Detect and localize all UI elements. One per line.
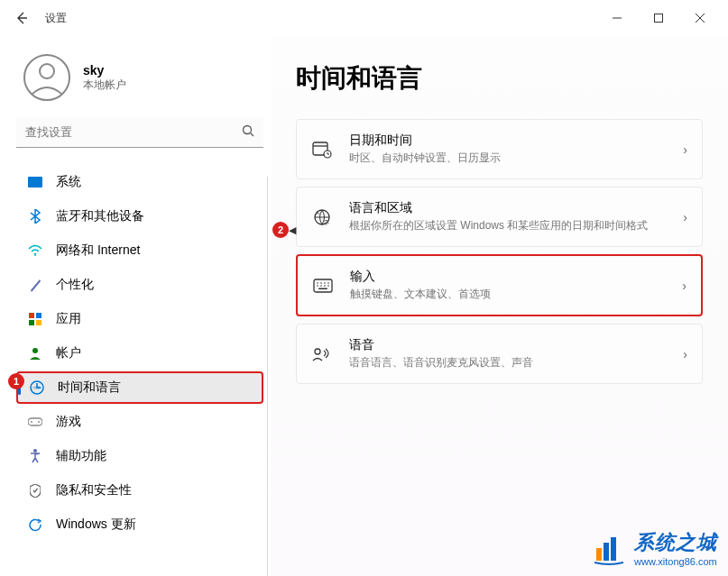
privacy-icon	[27, 482, 43, 498]
svg-text:字: 字	[324, 219, 329, 225]
back-button[interactable]	[7, 4, 36, 32]
date-icon	[311, 139, 333, 160]
svg-rect-8	[29, 313, 34, 318]
sidebar: sky 本地帐户 系统 蓝牙和其他设备 网络和 Internet	[0, 36, 271, 576]
settings-list: 日期和时间 时区、自动时钟设置、日历显示 › A字 语言和区域 根据你所在的区域…	[296, 119, 703, 384]
chevron-right-icon: ›	[683, 210, 687, 224]
svg-rect-11	[36, 320, 41, 325]
update-icon	[27, 517, 43, 533]
window-controls	[596, 4, 721, 32]
sidebar-item-accessibility[interactable]: 辅助功能	[16, 440, 263, 472]
sidebar-item-network[interactable]: 网络和 Internet	[16, 234, 263, 267]
maximize-button[interactable]	[638, 4, 679, 32]
svg-point-7	[34, 254, 36, 256]
svg-point-32	[327, 285, 329, 287]
svg-rect-24	[314, 279, 332, 292]
sidebar-item-gaming[interactable]: 游戏	[16, 406, 263, 438]
svg-text:A: A	[316, 210, 319, 215]
card-text: 语言和区域 根据你所在的区域设置 Windows 和某些应用的日期和时间格式	[349, 200, 667, 233]
sidebar-item-label: 时间和语言	[58, 379, 121, 396]
speech-icon	[311, 343, 333, 365]
card-title: 语言和区域	[349, 200, 667, 216]
account-icon	[27, 345, 43, 361]
sidebar-item-label: 游戏	[56, 414, 81, 430]
region-icon: A字	[311, 206, 333, 228]
svg-rect-35	[596, 548, 602, 561]
svg-rect-33	[318, 288, 327, 289]
content: sky 本地帐户 系统 蓝牙和其他设备 网络和 Internet	[0, 36, 728, 576]
svg-point-28	[327, 282, 329, 284]
sidebar-item-label: 帐户	[56, 345, 81, 361]
sidebar-divider	[267, 177, 268, 576]
page-title: 时间和语言	[296, 61, 703, 96]
nav: 系统 蓝牙和其他设备 网络和 Internet 个性化 应用 帐户	[16, 166, 263, 541]
sidebar-item-label: 蓝牙和其他设备	[56, 208, 144, 224]
chevron-right-icon: ›	[683, 347, 687, 361]
sidebar-item-label: 隐私和安全性	[56, 482, 132, 498]
card-subtitle: 根据你所在的区域设置 Windows 和某些应用的日期和时间格式	[349, 218, 667, 233]
sidebar-item-label: Windows 更新	[56, 517, 136, 533]
svg-rect-6	[28, 177, 42, 187]
keyboard-icon	[312, 275, 334, 297]
bluetooth-icon	[27, 208, 43, 224]
search-icon	[242, 124, 254, 140]
close-button[interactable]	[679, 4, 721, 32]
svg-point-3	[40, 64, 54, 78]
wifi-icon	[27, 242, 43, 259]
card-title: 日期和时间	[349, 133, 667, 149]
svg-rect-10	[29, 320, 34, 325]
sidebar-item-label: 辅助功能	[56, 448, 106, 464]
search-input[interactable]	[25, 125, 242, 139]
sidebar-item-apps[interactable]: 应用	[16, 303, 263, 335]
card-title: 输入	[350, 269, 666, 285]
svg-point-31	[324, 285, 326, 287]
svg-point-29	[317, 285, 318, 287]
card-language-region[interactable]: A字 语言和区域 根据你所在的区域设置 Windows 和某些应用的日期和时间格…	[296, 187, 703, 247]
sidebar-item-time-language[interactable]: 时间和语言	[16, 371, 263, 404]
card-speech[interactable]: 语音 语音语言、语音识别麦克风设置、声音 ›	[296, 324, 703, 384]
time-lang-icon	[29, 379, 45, 396]
svg-point-25	[317, 282, 318, 284]
svg-point-15	[31, 421, 32, 423]
watermark-url: www.xitong86.com	[634, 556, 717, 567]
sidebar-item-system[interactable]: 系统	[16, 166, 263, 198]
personalize-icon	[27, 277, 43, 293]
card-typing[interactable]: 输入 触摸键盘、文本建议、首选项 ›	[296, 254, 703, 316]
apps-icon	[27, 311, 43, 327]
card-title: 语音	[349, 337, 667, 353]
annotation-badge-1: 1	[8, 373, 24, 389]
card-subtitle: 触摸键盘、文本建议、首选项	[350, 287, 666, 302]
svg-rect-37	[611, 537, 616, 561]
sidebar-item-label: 系统	[56, 174, 81, 190]
watermark-text: 系统之城 www.xitong86.com	[634, 529, 717, 567]
user-name: sky	[83, 63, 126, 78]
svg-line-5	[251, 133, 254, 137]
svg-point-30	[320, 285, 322, 287]
minimize-button[interactable]	[596, 4, 638, 32]
sidebar-item-accounts[interactable]: 帐户	[16, 337, 263, 370]
sidebar-item-privacy[interactable]: 隐私和安全性	[16, 474, 263, 507]
watermark-logo-icon	[591, 530, 627, 566]
svg-point-12	[32, 348, 38, 353]
card-text: 日期和时间 时区、自动时钟设置、日历显示	[349, 133, 667, 166]
svg-rect-1	[655, 14, 663, 23]
sidebar-item-label: 应用	[56, 311, 81, 327]
search-box[interactable]	[16, 117, 263, 148]
user-block[interactable]: sky 本地帐户	[16, 47, 263, 117]
watermark: 系统之城 www.xitong86.com	[591, 529, 717, 567]
card-subtitle: 时区、自动时钟设置、日历显示	[349, 151, 667, 166]
svg-rect-14	[28, 418, 42, 425]
svg-rect-36	[604, 543, 609, 561]
card-text: 语音 语音语言、语音识别麦克风设置、声音	[349, 337, 667, 370]
titlebar: 设置	[0, 0, 728, 36]
gaming-icon	[27, 414, 43, 430]
svg-point-26	[320, 282, 322, 284]
svg-point-4	[244, 126, 252, 134]
sidebar-item-update[interactable]: Windows 更新	[16, 508, 263, 541]
card-subtitle: 语音语言、语音识别麦克风设置、声音	[349, 355, 667, 370]
sidebar-item-personalization[interactable]: 个性化	[16, 269, 263, 301]
sidebar-item-bluetooth[interactable]: 蓝牙和其他设备	[16, 200, 263, 233]
back-arrow-icon	[14, 11, 29, 25]
user-info: sky 本地帐户	[83, 63, 126, 93]
card-date-time[interactable]: 日期和时间 时区、自动时钟设置、日历显示 ›	[296, 119, 703, 179]
